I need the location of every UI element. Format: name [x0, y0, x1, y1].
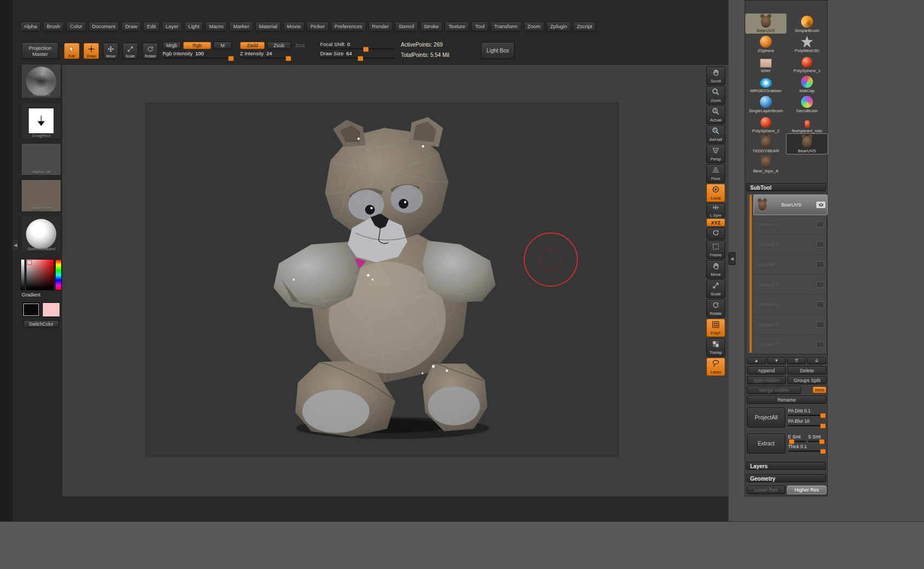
- persp-button[interactable]: Persp: [706, 145, 725, 163]
- current-texture[interactable]: BrushTxtr: [19, 179, 63, 211]
- merge-visible-button[interactable]: Merge Visible: [747, 386, 801, 394]
- subtool-row-unused-3[interactable]: Unused 3: [753, 255, 827, 275]
- append-button[interactable]: Append: [747, 366, 786, 374]
- pa-blur-track[interactable]: [788, 425, 826, 426]
- current-brush[interactable]: Standard: [19, 64, 63, 98]
- subtool-slot-box[interactable]: [816, 321, 824, 328]
- menu-texture[interactable]: Texture: [445, 22, 469, 31]
- rotate-canvas-button[interactable]: Rotate: [706, 299, 725, 318]
- menu-transform[interactable]: Transform: [491, 22, 522, 31]
- aahalf-button[interactable]: ½ AAHalf: [706, 125, 725, 144]
- tool-item-bear-topo-a[interactable]: Bear_topo_A: [745, 154, 786, 174]
- s-smt-slider[interactable]: S Smt: [808, 434, 826, 442]
- menu-tool[interactable]: Tool: [471, 22, 488, 31]
- subtool-slot-box[interactable]: [816, 241, 824, 248]
- subtool-row-unused-2[interactable]: Unused 2: [753, 235, 827, 255]
- local-button[interactable]: Local: [706, 184, 725, 202]
- subtool-slot-box[interactable]: [816, 261, 824, 268]
- scroll-button[interactable]: Scroll: [706, 67, 725, 85]
- zsub-toggle[interactable]: Zsub: [267, 42, 291, 49]
- draw-size-track[interactable]: [320, 57, 394, 59]
- tool-item-bearuvs[interactable]: BearUVS: [745, 14, 786, 34]
- floor-button[interactable]: Floor: [706, 164, 725, 183]
- tool-item-zsphere[interactable]: ZSphere: [745, 34, 786, 54]
- delete-button[interactable]: Delete: [788, 366, 827, 374]
- move-mode-button[interactable]: Move: [103, 43, 119, 59]
- scale-mode-button[interactable]: Scale: [122, 43, 138, 59]
- focal-shift-track[interactable]: [320, 48, 394, 50]
- projection-master-button[interactable]: Projection Master: [22, 42, 58, 59]
- subtool-move-top-button[interactable]: ⇈: [787, 357, 806, 364]
- higher-res-button[interactable]: Higher Res: [787, 486, 827, 494]
- subtool-move-down-button[interactable]: ▼: [767, 357, 786, 364]
- teddy-bear-model[interactable]: [260, 117, 509, 442]
- subtool-move-bottom-button[interactable]: ⇊: [807, 357, 826, 364]
- subtool-row-unused-5[interactable]: Unused 5: [753, 295, 827, 315]
- menu-picker[interactable]: Picker: [307, 22, 328, 31]
- rgb-intensity-knob[interactable]: [228, 56, 234, 61]
- switch-color-button[interactable]: SwitchColor: [23, 320, 59, 328]
- menu-layer[interactable]: Layer: [162, 22, 183, 31]
- subtool-move-up-button[interactable]: ▲: [747, 357, 766, 364]
- pa-dist-slider[interactable]: PA Dist 0.1: [788, 408, 826, 416]
- tool-item-bearuvs-2[interactable]: BearUVS: [786, 134, 828, 154]
- menu-preferences[interactable]: Preferences: [331, 22, 366, 31]
- m-toggle[interactable]: M: [213, 42, 232, 49]
- tool-item-polysphere1[interactable]: PolySphere_1: [786, 54, 828, 74]
- subtool-row-selected[interactable]: BearUVS: [753, 195, 828, 215]
- zoom-button[interactable]: Zoom: [706, 86, 725, 105]
- current-stroke[interactable]: DragRect: [19, 102, 63, 138]
- menu-macro[interactable]: Macro: [205, 22, 227, 31]
- subtool-row-unused-6[interactable]: Unused 6: [753, 315, 827, 335]
- lower-res-button[interactable]: Lower Res: [747, 486, 785, 494]
- tool-item-matcap[interactable]: MatCap: [786, 74, 828, 94]
- mrgb-toggle[interactable]: Mrgb: [162, 42, 181, 49]
- menu-marker[interactable]: Marker: [229, 22, 253, 31]
- pa-blur-knob[interactable]: [820, 423, 826, 429]
- tool-item-simplebrush[interactable]: SimpleBrush: [786, 14, 828, 34]
- subtool-row-unused-1[interactable]: Unused 1: [753, 215, 827, 235]
- secondary-color-swatch[interactable]: [42, 302, 60, 317]
- pa-blur-slider[interactable]: PA Blur 10: [788, 418, 826, 426]
- menu-stroke[interactable]: Stroke: [420, 22, 443, 31]
- menu-stencil[interactable]: Stencil: [395, 22, 418, 31]
- menu-document[interactable]: Document: [88, 22, 119, 31]
- edit-mode-button[interactable]: Edit: [64, 43, 80, 59]
- xyz-button[interactable]: XYZ: [706, 218, 725, 227]
- visibility-eye-toggle[interactable]: [816, 202, 825, 208]
- subtool-slot-box[interactable]: [816, 281, 824, 288]
- pa-dist-track[interactable]: [788, 415, 826, 416]
- light-box-button[interactable]: Light Box: [481, 42, 515, 59]
- tool-item-decobrush[interactable]: DecoBrush: [786, 94, 828, 114]
- polyframe-button[interactable]: PolyF: [706, 319, 725, 337]
- menu-color[interactable]: Color: [66, 22, 86, 31]
- geometry-header[interactable]: Geometry: [746, 474, 826, 482]
- tool-item-letter[interactable]: letter: [745, 54, 786, 74]
- menu-light[interactable]: Light: [184, 22, 203, 31]
- menu-material[interactable]: Material: [255, 22, 281, 31]
- z-intensity-knob[interactable]: [285, 56, 291, 61]
- thick-track[interactable]: [788, 450, 826, 452]
- z-intensity-track[interactable]: [240, 57, 292, 59]
- menu-zplugin[interactable]: Zplugin: [546, 22, 571, 31]
- e-smt-track[interactable]: [788, 441, 806, 442]
- tool-item-mrgbzgrabber[interactable]: MRGBZGrabber: [745, 74, 786, 94]
- subtool-row-unused-7[interactable]: Unused 7: [753, 335, 827, 355]
- split-hidden-button[interactable]: Split Hidden: [747, 376, 786, 384]
- grayscale-bar[interactable]: [21, 259, 25, 290]
- tool-item-singlelayerbrush[interactable]: SingleLayerBrush: [745, 94, 786, 114]
- zadd-toggle[interactable]: Zadd: [240, 42, 265, 49]
- rename-button[interactable]: Rename: [747, 396, 827, 404]
- right-panel-collapse-tab[interactable]: ◀: [728, 252, 736, 265]
- z-intensity-slider[interactable]: Z Intensity24: [240, 50, 292, 59]
- focal-shift-slider[interactable]: Focal Shift0: [320, 41, 394, 50]
- groups-split-button[interactable]: Groups Split: [788, 376, 827, 384]
- transparency-button[interactable]: Transp: [706, 338, 725, 357]
- lasso-button[interactable]: Lasso: [706, 358, 725, 376]
- saturation-value-square[interactable]: [26, 259, 54, 290]
- rotate-mode-button[interactable]: Rotate: [142, 43, 158, 59]
- menu-movie[interactable]: Movie: [283, 22, 304, 31]
- rgb-intensity-slider[interactable]: Rgb Intensity100: [162, 50, 233, 59]
- current-alpha[interactable]: Alpha Off: [19, 143, 63, 174]
- menu-draw[interactable]: Draw: [121, 22, 141, 31]
